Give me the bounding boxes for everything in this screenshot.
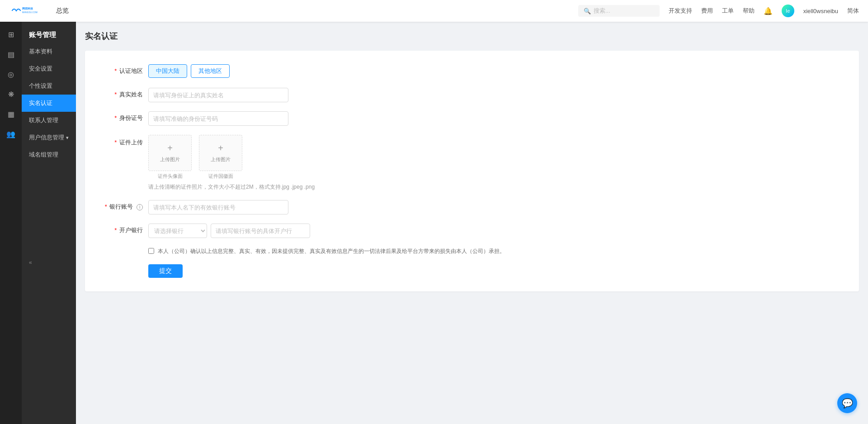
help-link[interactable]: 帮助 bbox=[743, 7, 755, 15]
sidebar-item-label: 实名认证 bbox=[29, 99, 52, 107]
sidebar-icon-grid[interactable]: ⊞ bbox=[3, 26, 19, 43]
cert-front-upload-box: + 上传图片 证件头像面 bbox=[148, 135, 192, 180]
sidebar-item-contact[interactable]: 联系人管理 bbox=[22, 112, 76, 129]
submit-button[interactable]: 提交 bbox=[148, 264, 183, 278]
bell-icon[interactable]: 🔔 bbox=[764, 7, 773, 15]
opening-bank-row: * 开户银行 请选择银行 bbox=[103, 224, 841, 238]
upload-area: + 上传图片 证件头像面 + 上传图片 证件国徽面 bbox=[148, 135, 374, 180]
cert-front-upload-btn[interactable]: + 上传图片 bbox=[148, 135, 192, 171]
submit-area: 提交 bbox=[103, 264, 841, 278]
cert-back-caption: 证件国徽面 bbox=[208, 173, 233, 180]
real-name-content bbox=[148, 88, 374, 102]
sidebar-item-personalize[interactable]: 个性设置 bbox=[22, 77, 76, 95]
sidebar-icon-nodes[interactable]: ❋ bbox=[3, 86, 19, 102]
bank-info-icon[interactable]: i bbox=[137, 204, 143, 210]
sidebar-icon-target[interactable]: ◎ bbox=[3, 66, 19, 82]
avatar[interactable]: Ie bbox=[782, 5, 794, 17]
overview-link[interactable]: 总览 bbox=[56, 7, 69, 15]
required-star: * bbox=[114, 67, 117, 74]
sidebar-icon-users[interactable]: 👥 bbox=[3, 126, 19, 142]
chat-fab-button[interactable]: 💬 bbox=[837, 393, 857, 413]
id-number-label: * 身份证号 bbox=[103, 111, 148, 122]
agreement-text: 本人（公司）确认以上信息完整、真实、有效，因未提供完整、真实及有效信息产生的一切… bbox=[158, 247, 505, 255]
sidebar-item-label: 个性设置 bbox=[29, 82, 52, 90]
sidebar-icon-storage[interactable]: ▤ bbox=[3, 46, 19, 62]
sidebar-item-basic-info[interactable]: 基本资料 bbox=[22, 43, 76, 60]
search-placeholder: 搜索... bbox=[594, 7, 610, 15]
sidebar-icons-col: ⊞ ▤ ◎ ❋ ▦ 👥 bbox=[0, 22, 22, 424]
region-row: * 认证地区 中国大陆 其他地区 bbox=[103, 64, 841, 79]
search-area[interactable]: 🔍 搜索... bbox=[578, 5, 660, 17]
cert-front-caption: 证件头像面 bbox=[158, 173, 183, 180]
main-layout: ⊞ ▤ ◎ ❋ ▦ 👥 账号管理 基本资料 安全设置 个性设置 实名认证 联系人… bbox=[0, 22, 868, 424]
real-name-row: * 真实姓名 bbox=[103, 88, 841, 102]
cert-back-upload-btn[interactable]: + 上传图片 bbox=[199, 135, 242, 171]
sidebar-item-label: 域名组管理 bbox=[29, 151, 58, 159]
sidebar-item-label: 基本资料 bbox=[29, 48, 52, 56]
svg-text:网宿科技: 网宿科技 bbox=[22, 7, 33, 10]
agreement-row: 本人（公司）确认以上信息完整、真实、有效，因未提供完整、真实及有效信息产生的一切… bbox=[103, 247, 841, 255]
sidebar-section-title: 账号管理 bbox=[22, 25, 76, 43]
region-btn-mainland[interactable]: 中国大陆 bbox=[148, 64, 187, 78]
sidebar-wrapper: ⊞ ▤ ◎ ❋ ▦ 👥 账号管理 基本资料 安全设置 个性设置 实名认证 联系人… bbox=[0, 22, 76, 424]
region-btn-other[interactable]: 其他地区 bbox=[191, 64, 230, 78]
id-number-row: * 身份证号 bbox=[103, 111, 841, 126]
bank-account-input[interactable] bbox=[148, 200, 288, 214]
nav-right: 开发支持 费用 工单 帮助 🔔 Ie xiell0wsneibu 简体 bbox=[669, 5, 859, 17]
bank-account-row: * 银行账号 i bbox=[103, 200, 841, 214]
id-number-input[interactable] bbox=[148, 111, 288, 126]
upload-hint: 请上传清晰的证件照片，文件大小不超过2M，格式支持.jpg .jpeg .png bbox=[148, 183, 374, 191]
chevron-down-icon: ▾ bbox=[66, 135, 69, 141]
sidebar-item-label: 安全设置 bbox=[29, 65, 52, 73]
opening-bank-content: 请选择银行 bbox=[148, 224, 374, 238]
id-number-content bbox=[148, 111, 374, 126]
sidebar-item-security[interactable]: 安全设置 bbox=[22, 60, 76, 77]
sidebar-item-domain-group[interactable]: 域名组管理 bbox=[22, 146, 76, 163]
workorder-link[interactable]: 工单 bbox=[722, 7, 734, 15]
cert-back-upload-box: + 上传图片 证件国徽面 bbox=[199, 135, 242, 180]
search-icon: 🔍 bbox=[584, 8, 591, 14]
cert-upload-content: + 上传图片 证件头像面 + 上传图片 证件国徽面 bbox=[148, 135, 374, 191]
form-card: * 认证地区 中国大陆 其他地区 * 真实姓名 bbox=[85, 51, 859, 291]
sidebar-menu: 账号管理 基本资料 安全设置 个性设置 实名认证 联系人管理 用户信息管理 ▾ … bbox=[22, 22, 76, 424]
bank-account-label: * 银行账号 i bbox=[103, 200, 148, 211]
font-label[interactable]: 简体 bbox=[847, 7, 859, 15]
cert-upload-label: * 证件上传 bbox=[103, 135, 148, 147]
sidebar-item-user-info[interactable]: 用户信息管理 ▾ bbox=[22, 129, 76, 146]
plus-icon-2: + bbox=[218, 143, 223, 152]
sidebar-collapse-btn[interactable]: « bbox=[22, 254, 76, 271]
opening-bank-label: * 开户银行 bbox=[103, 224, 148, 234]
region-content: 中国大陆 其他地区 bbox=[148, 64, 374, 78]
topnav: 网宿科技 WANGSU.COM 总览 🔍 搜索... 开发支持 费用 工单 帮助… bbox=[0, 0, 868, 22]
chat-icon: 💬 bbox=[842, 398, 853, 409]
agreement-checkbox[interactable] bbox=[148, 248, 154, 254]
bank-row: 请选择银行 bbox=[148, 224, 374, 238]
bank-select[interactable]: 请选择银行 bbox=[148, 224, 207, 238]
real-name-input[interactable] bbox=[148, 88, 288, 102]
sidebar-item-real-name[interactable]: 实名认证 bbox=[22, 95, 76, 112]
bank-branch-input[interactable] bbox=[211, 224, 310, 238]
username-label[interactable]: xiell0wsneibu bbox=[803, 8, 838, 14]
content-area: 实名认证 * 认证地区 中国大陆 其他地区 * 真实 bbox=[76, 22, 868, 424]
fees-link[interactable]: 费用 bbox=[701, 7, 713, 15]
cert-upload-row: * 证件上传 + 上传图片 证件头像面 bbox=[103, 135, 841, 191]
sidebar-item-label: 联系人管理 bbox=[29, 116, 58, 124]
region-label: * 认证地区 bbox=[103, 64, 148, 75]
sidebar-icon-widget[interactable]: ▦ bbox=[3, 106, 19, 122]
bank-account-content bbox=[148, 200, 374, 214]
page-title: 实名认证 bbox=[85, 31, 859, 42]
plus-icon: + bbox=[167, 143, 173, 152]
region-buttons: 中国大陆 其他地区 bbox=[148, 64, 374, 78]
sidebar-item-label: 用户信息管理 bbox=[29, 133, 64, 142]
dev-support-link[interactable]: 开发支持 bbox=[669, 7, 692, 15]
svg-text:WANGSU.COM: WANGSU.COM bbox=[22, 11, 38, 14]
real-name-label: * 真实姓名 bbox=[103, 88, 148, 99]
logo-area: 网宿科技 WANGSU.COM bbox=[9, 4, 45, 18]
